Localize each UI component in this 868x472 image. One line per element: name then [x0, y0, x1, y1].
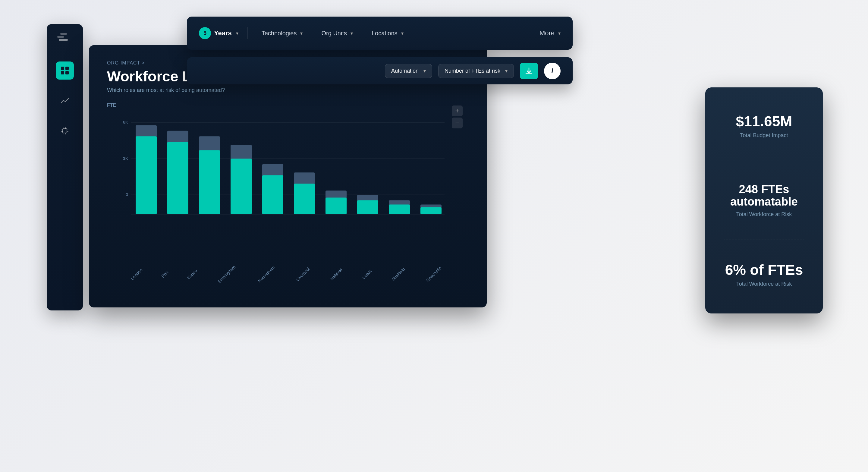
x-label-pori: Pori: [160, 270, 169, 279]
org-units-chevron-icon: ▾: [350, 30, 353, 36]
percent-label: Total Workforce at Risk: [736, 281, 792, 287]
stats-panel: $11.65M Total Budget Impact 248 FTEs aut…: [705, 87, 823, 313]
download-icon: [525, 67, 533, 75]
x-label-london: London: [130, 268, 143, 281]
budget-value: $11.65M: [736, 114, 792, 130]
chart-subtitle: Which roles are most at risk of being au…: [107, 87, 469, 93]
percent-value: 6% of FTEs: [725, 262, 803, 278]
years-label: Years: [214, 29, 232, 37]
svg-text:6K: 6K: [123, 120, 128, 124]
main-chart-panel: ORG IMPACT > Workforce Location Impact W…: [89, 45, 487, 308]
more-chevron-icon: ▾: [558, 30, 561, 36]
y-axis-label: FTE: [107, 102, 116, 108]
svg-text:3K: 3K: [123, 156, 128, 160]
svg-rect-34: [294, 184, 315, 214]
metric-label: Number of FTEs at risk: [444, 68, 500, 74]
filter-bar: Automation ▾ Number of FTEs at risk ▾ i: [187, 57, 572, 84]
svg-rect-32: [262, 175, 283, 214]
svg-rect-24: [135, 136, 157, 214]
technologies-label: Technologies: [261, 30, 297, 37]
top-nav-bar: 5 Years ▾ Technologies ▾ Org Units ▾ Loc…: [187, 17, 572, 50]
x-label-espoo: Espoo: [186, 268, 198, 280]
budget-stat: $11.65M Total Budget Impact: [736, 107, 792, 145]
years-filter[interactable]: 5 Years ▾: [199, 27, 239, 39]
years-circle: 5: [199, 27, 211, 39]
ftes-label: Total Workforce at Risk: [736, 211, 792, 218]
stat-divider-1: [724, 161, 804, 161]
svg-rect-7: [63, 129, 67, 133]
chart-svg-container: 6K 3K 0: [119, 108, 451, 253]
svg-text:0: 0: [126, 192, 128, 196]
org-units-label: Org Units: [321, 30, 347, 37]
metric-chevron-icon: ▾: [505, 68, 507, 74]
sidebar-item-trend[interactable]: [56, 92, 74, 110]
chart-zoom-controls: + −: [452, 105, 463, 128]
download-button[interactable]: [520, 63, 538, 79]
info-label: i: [551, 67, 553, 75]
years-chevron-icon: ▾: [236, 30, 239, 36]
org-units-filter[interactable]: Org Units ▾: [316, 27, 358, 39]
x-axis-labels: London Pori Espoo Birmingham Nottingham …: [119, 270, 451, 277]
svg-rect-1: [60, 33, 67, 35]
zoom-in-button[interactable]: +: [452, 105, 463, 116]
svg-rect-5: [61, 71, 64, 74]
more-label: More: [539, 29, 555, 37]
x-label-helsinki: Helsinki: [330, 267, 343, 281]
percent-stat: 6% of FTEs Total Workforce at Risk: [725, 256, 803, 293]
technologies-filter[interactable]: Technologies ▾: [257, 27, 308, 39]
svg-rect-40: [389, 204, 410, 214]
more-button[interactable]: More ▾: [539, 29, 561, 37]
svg-rect-3: [61, 67, 64, 70]
x-label-leeds: Leeds: [361, 268, 373, 280]
locations-chevron-icon: ▾: [401, 30, 404, 36]
automation-dropdown[interactable]: Automation ▾: [385, 64, 432, 78]
svg-rect-36: [326, 197, 347, 214]
svg-rect-38: [357, 200, 378, 214]
locations-filter[interactable]: Locations ▾: [367, 27, 408, 39]
ftes-stat: 248 FTEs automatable Total Workforce at …: [714, 177, 814, 224]
svg-rect-0: [57, 36, 64, 38]
x-label-liverpool: Liverpool: [296, 266, 311, 282]
chart-area: FTE + − 6K 3K 0: [107, 102, 469, 277]
svg-rect-6: [65, 71, 69, 74]
svg-rect-2: [59, 39, 68, 41]
svg-rect-42: [421, 207, 441, 214]
locations-label: Locations: [372, 30, 398, 37]
svg-rect-26: [167, 142, 188, 214]
sidebar-item-grid[interactable]: [56, 62, 74, 80]
x-label-birmingham: Birmingham: [217, 264, 236, 284]
metric-dropdown[interactable]: Number of FTEs at risk ▾: [438, 64, 514, 78]
svg-rect-28: [199, 150, 220, 214]
sidebar-logo: [57, 33, 72, 50]
nav-divider-1: [247, 27, 248, 39]
zoom-out-button[interactable]: −: [452, 118, 463, 128]
stat-divider-2: [724, 240, 804, 240]
info-button[interactable]: i: [544, 63, 561, 79]
x-label-newcastle: Newcastle: [425, 265, 442, 283]
svg-rect-30: [230, 159, 252, 214]
sidebar-panel: [47, 24, 83, 310]
x-label-sheffield: Sheffield: [391, 267, 406, 282]
sidebar-item-chip[interactable]: [56, 122, 74, 140]
technologies-chevron-icon: ▾: [300, 30, 303, 36]
budget-label: Total Budget Impact: [740, 132, 788, 139]
x-label-nottingham: Nottingham: [257, 264, 276, 283]
automation-chevron-icon: ▾: [424, 68, 426, 74]
automation-label: Automation: [391, 68, 418, 74]
ftes-value: 248 FTEs automatable: [714, 183, 814, 209]
svg-rect-4: [65, 67, 69, 70]
